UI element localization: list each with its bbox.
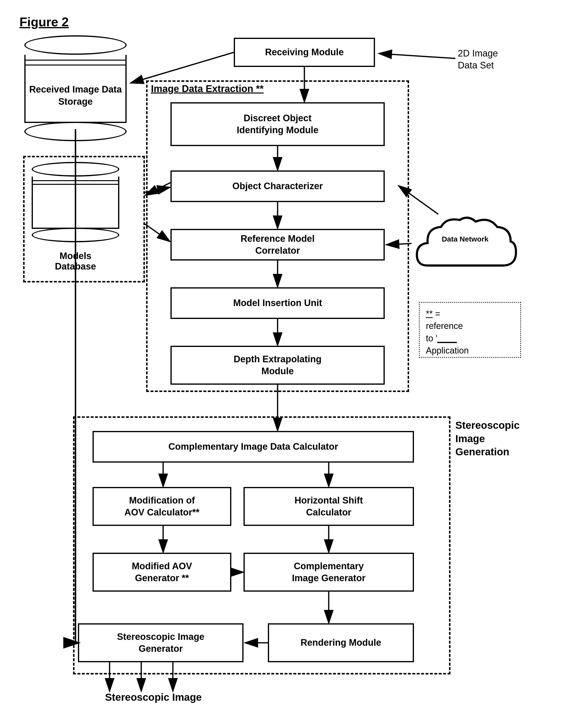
stereoscopic-generation-label: StereoscopicImageGeneration (455, 419, 520, 459)
reference-box: ** = reference to '____ Application (419, 302, 521, 358)
object-characterizer-box: Object Characterizer (170, 170, 385, 202)
svg-line-6 (131, 52, 234, 83)
data-network-label: Data Network (412, 235, 519, 243)
discreet-object-box: Discreet ObjectIdentifying Module (170, 102, 385, 146)
receiving-module-box: Receiving Module (234, 38, 375, 67)
depth-extrapolating-box: Depth ExtrapolatingModule (170, 346, 385, 385)
models-database-cylinder (32, 162, 119, 242)
models-database-label: ModelsDatabase (32, 251, 119, 272)
svg-line-4 (380, 54, 455, 58)
rendering-module-box: Rendering Module (268, 623, 414, 662)
image-data-set-label: 2D ImageData Set (458, 47, 498, 72)
comp-image-data-calc-box: Complementary Image Data Calculator (93, 431, 414, 463)
comp-image-gen-box: ComplementaryImage Generator (244, 553, 414, 592)
mod-aov-calc-box: Modification ofAOV Calculator** (93, 487, 231, 526)
image-data-extraction-label: Image Data Extraction ** (151, 82, 263, 95)
stereoscopic-image-label: Stereoscopic Image (71, 691, 236, 703)
received-image-data-storage: Received Image DataStorage (24, 35, 127, 141)
model-insertion-unit-box: Model Insertion Unit (170, 287, 385, 319)
horizontal-shift-box: Horizontal ShiftCalculator (244, 487, 414, 526)
stereoscopic-image-gen-box: Stereoscopic ImageGenerator (78, 623, 244, 662)
data-network-cloud: Data Network (412, 212, 519, 290)
reference-model-correlator-box: Reference ModelCorrelator (170, 229, 385, 261)
modified-aov-gen-box: Modified AOVGenerator ** (93, 553, 231, 592)
figure-title: Figure 2 (19, 15, 69, 29)
